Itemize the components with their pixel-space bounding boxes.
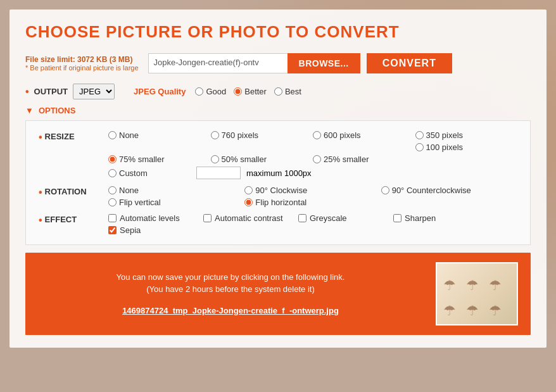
- resize-label: • RESIZE: [39, 130, 108, 143]
- resize-max-label: maximum 1000px: [246, 168, 312, 178]
- quality-better-option[interactable]: Better: [234, 87, 267, 96]
- resize-760-radio[interactable]: [211, 131, 219, 139]
- quality-section: JPEG Quality Good Better Best: [134, 87, 301, 96]
- result-message2: (You have 2 hours before the system dele…: [38, 284, 423, 294]
- resize-100-radio[interactable]: [415, 143, 424, 151]
- options-arrow-icon: ▼: [25, 106, 34, 115]
- effect-controls: Automatic levels Automatic contrast Grey…: [108, 213, 517, 235]
- effect-greyscale-checkbox[interactable]: [298, 214, 306, 222]
- rotation-none-label: None: [119, 186, 139, 195]
- output-text: OUTPUT: [34, 87, 68, 96]
- resize-75pct-option[interactable]: 75% smaller: [108, 155, 211, 164]
- rotation-90ccw-label: 90° Counterclockwise: [392, 186, 471, 195]
- file-input-wrapper: Jopke-Jongen-creatie(f)-ontv BROWSE... C…: [148, 53, 515, 73]
- thumbnail-image: [437, 263, 517, 324]
- resize-350-option[interactable]: 350 pixels: [415, 130, 518, 140]
- resize-controls: None 760 pixels 600 pixels 350 pixels: [108, 130, 517, 179]
- rotation-90cw-radio[interactable]: [244, 186, 253, 194]
- file-name-display: Jopke-Jongen-creatie(f)-ontv: [148, 53, 287, 73]
- effect-autolevels-checkbox[interactable]: [108, 214, 117, 222]
- rotation-fliph-label: Flip horizontal: [255, 198, 306, 207]
- rotation-90ccw-option[interactable]: 90° Counterclockwise: [381, 186, 517, 195]
- quality-label: JPEG Quality: [134, 87, 186, 96]
- rotation-fliph-radio[interactable]: [244, 198, 253, 206]
- quality-better-radio[interactable]: [234, 87, 242, 96]
- effect-sepia-checkbox[interactable]: [108, 226, 117, 234]
- resize-custom-label: Custom: [119, 168, 148, 178]
- file-size-label: File size limit: 3072 KB (3 MB): [25, 55, 139, 64]
- resize-grid: None 760 pixels 600 pixels 350 pixels: [108, 130, 517, 152]
- effect-bullet: •: [39, 215, 42, 226]
- output-section: • OUTPUT JPEG PNG GIF BMP TIFF JPEG Qual…: [25, 84, 531, 99]
- effect-sharpen-checkbox[interactable]: [393, 214, 401, 222]
- options-header[interactable]: ▼ OPTIONS: [25, 106, 531, 115]
- resize-custom-input[interactable]: [196, 167, 241, 179]
- convert-button[interactable]: CONVERT: [367, 53, 452, 73]
- options-label: OPTIONS: [39, 106, 76, 115]
- rotation-grid-2: Flip vertical Flip horizontal: [108, 198, 517, 207]
- resize-50pct-radio[interactable]: [211, 155, 219, 163]
- resize-none-label: None: [119, 130, 139, 140]
- effect-autocontrast-checkbox[interactable]: [203, 214, 212, 222]
- result-section: You can now save your picture by clickin…: [25, 253, 531, 335]
- effect-sepia-option[interactable]: Sepia: [108, 225, 203, 235]
- file-patience-note: * Be patient if original picture is larg…: [25, 64, 139, 72]
- resize-760-option[interactable]: 760 pixels: [211, 130, 313, 140]
- effect-sharpen-label: Sharpen: [405, 213, 436, 223]
- effect-autocontrast-option[interactable]: Automatic contrast: [203, 213, 298, 223]
- rotation-flipv-option[interactable]: Flip vertical: [108, 198, 244, 207]
- result-text: You can now save your picture by clickin…: [38, 272, 423, 315]
- quality-best-option[interactable]: Best: [274, 87, 301, 96]
- rotation-fliph-option[interactable]: Flip horizontal: [244, 198, 381, 207]
- effect-label: • EFFECT: [39, 213, 108, 226]
- rotation-label: • ROTATION: [39, 186, 108, 198]
- rotation-flipv-radio[interactable]: [108, 198, 117, 206]
- file-info: File size limit: 3072 KB (3 MB) * Be pat…: [25, 55, 139, 72]
- resize-600-radio[interactable]: [313, 131, 321, 139]
- rotation-90cw-option[interactable]: 90° Clockwise: [244, 186, 381, 195]
- effect-text: EFFECT: [45, 215, 77, 224]
- resize-none-radio[interactable]: [108, 131, 117, 139]
- resize-600-option[interactable]: 600 pixels: [313, 130, 415, 140]
- resize-text: RESIZE: [45, 132, 75, 141]
- resize-bullet: •: [39, 132, 42, 143]
- rotation-controls: None 90° Clockwise 90° Counterclockwise …: [108, 186, 517, 207]
- quality-best-radio[interactable]: [274, 87, 282, 96]
- effect-autolevels-option[interactable]: Automatic levels: [108, 213, 203, 223]
- effect-row: • EFFECT Automatic levels Automatic cont…: [39, 213, 517, 235]
- resize-custom-option[interactable]: Custom: [108, 168, 191, 178]
- resize-custom-row: Custom maximum 1000px: [108, 167, 517, 179]
- resize-25pct-label: 25% smaller: [324, 155, 369, 164]
- output-format-select[interactable]: JPEG PNG GIF BMP TIFF: [73, 84, 115, 99]
- rotation-none-option[interactable]: None: [108, 186, 244, 195]
- result-link[interactable]: 1469874724_tmp_Jopke-Jongen-creatie_f_-o…: [122, 306, 339, 315]
- quality-better-label: Better: [244, 87, 267, 96]
- resize-none-option[interactable]: None: [108, 130, 211, 140]
- options-panel: • RESIZE None 760 pixels 600 pixels: [25, 120, 531, 245]
- resize-50pct-option[interactable]: 50% smaller: [211, 155, 313, 164]
- browse-button[interactable]: BROWSE...: [287, 53, 360, 73]
- rotation-row: • ROTATION None 90° Clockwise 90° Count: [39, 186, 517, 207]
- rotation-text: ROTATION: [45, 187, 87, 196]
- resize-100-label: 100 pixels: [426, 142, 464, 152]
- effect-greyscale-option[interactable]: Greyscale: [298, 213, 393, 223]
- quality-best-label: Best: [285, 87, 301, 96]
- resize-760-label: 760 pixels: [222, 130, 259, 140]
- result-message1: You can now save your picture by clickin…: [38, 272, 423, 282]
- effect-sharpen-option[interactable]: Sharpen: [393, 213, 488, 223]
- resize-25pct-radio[interactable]: [313, 155, 321, 163]
- file-section: File size limit: 3072 KB (3 MB) * Be pat…: [25, 53, 531, 73]
- resize-50pct-label: 50% smaller: [222, 155, 267, 164]
- resize-75pct-radio[interactable]: [108, 155, 117, 163]
- resize-row: • RESIZE None 760 pixels 600 pixels: [39, 130, 517, 179]
- resize-custom-radio[interactable]: [108, 169, 117, 177]
- output-bullet: •: [25, 86, 29, 98]
- resize-350-radio[interactable]: [415, 131, 424, 139]
- effect-sepia-label: Sepia: [120, 225, 141, 235]
- rotation-90ccw-radio[interactable]: [381, 186, 389, 194]
- resize-100-option[interactable]: 100 pixels: [415, 142, 518, 152]
- quality-good-option[interactable]: Good: [195, 87, 226, 96]
- quality-good-radio[interactable]: [195, 87, 203, 96]
- rotation-none-radio[interactable]: [108, 186, 117, 194]
- resize-25pct-option[interactable]: 25% smaller: [313, 155, 415, 164]
